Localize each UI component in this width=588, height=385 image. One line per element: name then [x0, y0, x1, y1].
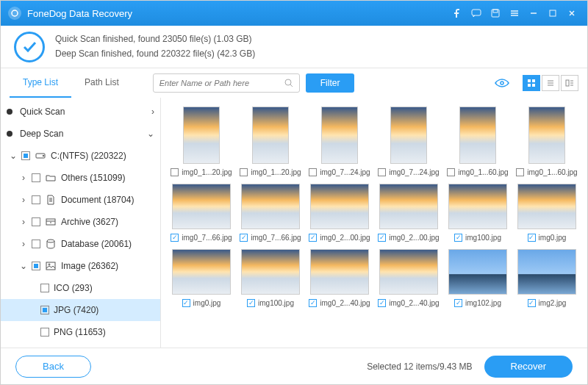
tree-image[interactable]: ⌄Image (26362) — [1, 255, 160, 277]
tree-drive[interactable]: ⌄C:(NTFS) (220322) — [1, 145, 160, 167]
tree-others[interactable]: ›Others (151099) — [1, 167, 160, 189]
thumbnail[interactable]: img0_7...24.jpg — [308, 107, 371, 176]
thumbnail[interactable]: img0_7...24.jpg — [377, 107, 440, 176]
svg-point-17 — [49, 264, 50, 265]
thumbnail[interactable]: img0.jpg — [170, 249, 233, 307]
check-circle-icon — [14, 32, 45, 62]
checkbox[interactable] — [528, 299, 536, 307]
minimize-icon[interactable] — [526, 5, 542, 21]
thumbnail-grid: img0_1...20.jpg img0_1...20.jpg img0_7..… — [161, 98, 587, 348]
checkbox[interactable] — [240, 168, 248, 176]
tree-jpg[interactable]: JPG (7420) — [1, 299, 160, 321]
checkbox[interactable] — [454, 299, 462, 307]
thumbnail[interactable]: img100.jpg — [239, 249, 302, 307]
filename: img0.jpg — [193, 299, 221, 307]
checkbox[interactable] — [32, 173, 40, 182]
maximize-icon[interactable] — [545, 5, 561, 21]
checkbox[interactable] — [40, 328, 49, 337]
checkbox[interactable] — [454, 234, 462, 242]
selection-info: Selected 12 items/9.43 MB — [367, 361, 472, 372]
checkbox[interactable] — [309, 234, 317, 242]
checkbox[interactable] — [378, 299, 386, 307]
checkbox[interactable] — [309, 168, 317, 176]
tab-type-list[interactable]: Type List — [10, 68, 71, 98]
checkbox[interactable] — [378, 168, 386, 176]
checkbox[interactable] — [447, 168, 455, 176]
tree-document[interactable]: ›Document (18704) — [1, 189, 160, 211]
thumbnail[interactable]: img0_2...00.jpg — [377, 184, 440, 242]
svg-point-15 — [47, 240, 54, 242]
tree-database[interactable]: ›Database (20061) — [1, 233, 160, 255]
thumb-image — [448, 249, 507, 295]
checkbox[interactable] — [528, 234, 536, 242]
svg-rect-9 — [528, 84, 531, 87]
checkbox[interactable] — [378, 234, 386, 242]
svg-point-5 — [285, 79, 291, 85]
filter-button[interactable]: Filter — [306, 73, 355, 93]
chevron-right-icon: › — [20, 239, 27, 249]
checkbox[interactable] — [516, 168, 524, 176]
tree-ico[interactable]: ICO (293) — [1, 277, 160, 299]
tree-deep-scan[interactable]: Deep Scan⌄ — [1, 123, 160, 145]
thumbnail[interactable]: img100.jpg — [446, 184, 509, 242]
checkbox[interactable] — [32, 262, 40, 270]
status-line-quick: Quick Scan finished, found 23050 file(s)… — [55, 32, 255, 46]
chevron-down-icon: ⌄ — [20, 261, 27, 271]
thumbnail[interactable]: img0.jpg — [515, 184, 578, 242]
facebook-icon[interactable] — [449, 5, 465, 21]
thumbnail[interactable]: img0_1...20.jpg — [170, 107, 233, 176]
search-input[interactable] — [159, 79, 284, 87]
search-box[interactable] — [153, 73, 300, 93]
filename: img0_7...24.jpg — [389, 168, 439, 176]
close-icon[interactable] — [564, 5, 580, 21]
thumbnail[interactable]: img0_2...40.jpg — [377, 249, 440, 307]
checkbox[interactable] — [171, 234, 179, 242]
chevron-down-icon: ⌄ — [147, 129, 154, 139]
thumb-image — [241, 249, 300, 295]
checkbox[interactable] — [247, 299, 255, 307]
checkbox[interactable] — [32, 217, 40, 226]
tree-label: Archive (3627) — [61, 217, 118, 227]
thumb-image — [310, 249, 369, 295]
checkbox[interactable] — [21, 151, 30, 160]
filename: img0_2...40.jpg — [320, 299, 370, 307]
preview-icon[interactable] — [492, 75, 512, 91]
view-detail-button[interactable] — [561, 75, 578, 91]
checkbox[interactable] — [182, 299, 190, 307]
thumbnail[interactable]: img0_1...20.jpg — [239, 107, 302, 176]
checkbox[interactable] — [240, 234, 248, 242]
checkbox[interactable] — [309, 299, 317, 307]
svg-rect-3 — [493, 10, 498, 12]
drive-icon — [35, 151, 46, 160]
checkbox[interactable] — [32, 195, 40, 204]
checkbox[interactable] — [40, 284, 49, 292]
thumbnail[interactable]: img0_7...66.jpg — [239, 184, 302, 242]
view-list-button[interactable] — [542, 75, 559, 91]
recover-button[interactable]: Recover — [484, 356, 573, 378]
menu-icon[interactable] — [506, 5, 523, 21]
tab-path-list[interactable]: Path List — [71, 68, 132, 98]
tree-archive[interactable]: ›Archive (3627) — [1, 211, 160, 233]
tree-quick-scan[interactable]: Quick Scan› — [1, 101, 160, 123]
thumbnail[interactable]: img0_1...60.jpg — [515, 107, 578, 176]
tree-label: Document (18704) — [61, 195, 134, 205]
thumbnail[interactable]: img0_2...40.jpg — [308, 249, 371, 307]
tree-png[interactable]: PNG (11653) — [1, 321, 160, 343]
feedback-icon[interactable] — [468, 5, 484, 21]
thumbnail[interactable]: img102.jpg — [446, 249, 509, 307]
thumbnail[interactable]: img0_1...60.jpg — [446, 107, 509, 176]
tree-label: C:(NTFS) (220322) — [51, 151, 126, 161]
chevron-right-icon: › — [20, 195, 27, 205]
chevron-down-icon: ⌄ — [10, 151, 17, 161]
svg-rect-7 — [528, 79, 531, 82]
view-grid-button[interactable] — [523, 75, 540, 91]
save-icon[interactable] — [487, 5, 503, 21]
checkbox[interactable] — [32, 240, 40, 248]
back-button[interactable]: Back — [15, 356, 91, 378]
thumbnail[interactable]: img0_2...00.jpg — [308, 184, 371, 242]
checkbox[interactable] — [40, 306, 49, 314]
thumbnail[interactable]: img2.jpg — [515, 249, 578, 307]
tree-label: JPG (7420) — [54, 305, 98, 315]
checkbox[interactable] — [171, 168, 179, 176]
thumbnail[interactable]: img0_7...66.jpg — [170, 184, 233, 242]
